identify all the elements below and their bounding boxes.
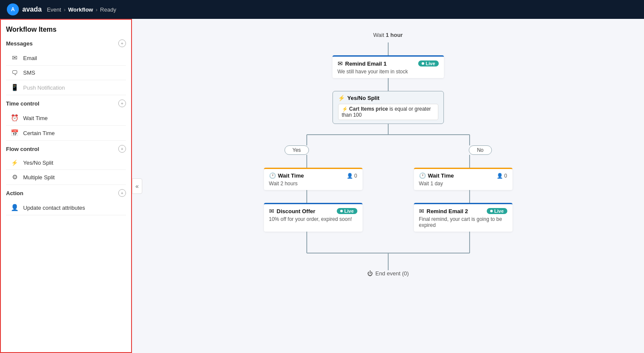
split-condition-bold: Cart Items price — [349, 106, 388, 112]
remind-email-1-title: Remind Email 1 — [345, 60, 387, 67]
update-contact-icon: 👤 — [10, 204, 19, 211]
wait-left-count: 👤 0 — [347, 173, 357, 179]
sidebar-item-update-contact[interactable]: 👤 Update contact attributes — [6, 200, 126, 215]
wait-to-email-svg — [260, 190, 517, 203]
top-navigation: A avada Event › Workflow › Ready — [0, 0, 644, 19]
email-icon: ✉ — [10, 54, 19, 62]
remind-email-2-title: Remind Email 2 — [427, 208, 468, 214]
pill-to-wait-svg — [260, 155, 517, 168]
wait-right-person-icon: 👤 — [497, 173, 503, 179]
merge-to-end-svg — [260, 232, 517, 270]
remind-email-1-mail-icon: ✉ — [338, 60, 343, 67]
wait-right-count: 👤 0 — [497, 173, 507, 179]
yesno-split-icon: ⚡ — [10, 160, 19, 166]
collapse-sidebar-button[interactable]: « — [132, 178, 142, 194]
remind-email-2-live-badge: Live — [487, 208, 507, 214]
remind-email-2-header: ✉ Remind Email 2 Live — [419, 208, 507, 214]
sidebar-item-certain-time[interactable]: 📅 Certain Time — [6, 126, 126, 141]
action-section-header: Action + — [6, 189, 126, 197]
flow-control-label: Flow control — [6, 146, 39, 152]
discount-offer-body: 10% off for your order, expired soon! — [269, 216, 357, 222]
workflow-diagram: Wait 1 hour ✉ Remind Email 1 Live We sti… — [132, 19, 644, 353]
wait-1-hour-label: Wait 1 hour — [373, 32, 403, 38]
multiple-split-icon: ⚙ — [10, 173, 19, 181]
wait-left-header: 🕐 Wait Time 👤 0 — [269, 172, 357, 179]
time-control-label: Time control — [6, 100, 39, 107]
sidebar-item-multiple-split[interactable]: ⚙ Multiple Split — [6, 170, 126, 185]
messages-expand-icon[interactable]: + — [118, 39, 126, 47]
breadcrumb-ready: Ready — [100, 6, 117, 13]
wait-time-icon: ⏰ — [10, 114, 19, 122]
logo-text: avada — [22, 6, 42, 13]
split-header: ⚡ Yes/No Split — [338, 95, 438, 101]
breadcrumb: Event › Workflow › Ready — [47, 6, 116, 13]
push-label: Push Notification — [23, 84, 65, 91]
yes-pill: Yes — [285, 145, 309, 155]
discount-offer-title: Discount Offer — [277, 208, 315, 214]
yesno-split-node[interactable]: ⚡ Yes/No Split ⚡ Cart Items price is equ… — [332, 91, 444, 124]
certain-time-icon: 📅 — [10, 129, 19, 137]
action-label: Action — [6, 190, 23, 196]
push-icon: 📱 — [10, 84, 19, 91]
multiple-split-label: Multiple Split — [23, 174, 55, 181]
remind-email-1-body: We still have your item in stock — [338, 69, 439, 75]
breadcrumb-sep2: › — [96, 6, 97, 13]
update-contact-label: Update contact attributes — [23, 205, 85, 211]
sidebar-item-yesno-split[interactable]: ⚡ Yes/No Split — [6, 156, 126, 170]
breadcrumb-sep1: › — [64, 6, 66, 13]
wait-left-clock-icon: 🕐 — [269, 172, 276, 179]
wait-time-right-node[interactable]: 🕐 Wait Time 👤 0 Wait 1 day — [414, 168, 512, 190]
email-label: Email — [23, 55, 37, 61]
main-layout: Workflow Items Messages + ✉ Email 🗨 SMS … — [0, 19, 644, 353]
connector-line-top — [388, 42, 389, 55]
end-event-node: ⏻ End event (0) — [367, 270, 409, 277]
discount-offer-mail-icon: ✉ — [269, 208, 274, 214]
time-control-expand-icon[interactable]: + — [118, 100, 126, 107]
sidebar-item-wait-time[interactable]: ⏰ Wait Time — [6, 111, 126, 126]
wait-left-person-icon: 👤 — [347, 173, 353, 179]
sidebar-item-push[interactable]: 📱 Push Notification — [6, 80, 126, 95]
logo: A avada — [7, 3, 42, 15]
discount-offer-header: ✉ Discount Offer Live — [269, 208, 357, 214]
discount-offer-live-badge: Live — [337, 208, 357, 214]
remind-email-2-body: Final remind, your cart is going to be e… — [419, 216, 507, 228]
breadcrumb-event[interactable]: Event — [47, 6, 61, 13]
messages-label: Messages — [6, 40, 33, 47]
action-expand-icon[interactable]: + — [118, 189, 126, 197]
wait-right-title: 🕐 Wait Time — [419, 172, 454, 179]
remind-email-2-mail-icon: ✉ — [419, 208, 424, 214]
split-title: Yes/No Split — [347, 95, 380, 101]
wait-left-title: 🕐 Wait Time — [269, 172, 304, 179]
wait-time-label: Wait Time — [23, 115, 48, 121]
certain-time-label: Certain Time — [23, 130, 55, 136]
messages-section-header: Messages + — [6, 39, 126, 47]
sidebar: Workflow Items Messages + ✉ Email 🗨 SMS … — [0, 19, 132, 353]
logo-icon: A — [7, 3, 19, 15]
workflow-canvas: « Wait 1 hour ✉ Remind Email 1 Live — [132, 19, 644, 353]
remind-email-1-node[interactable]: ✉ Remind Email 1 Live We still have your… — [332, 55, 444, 78]
end-event-power-icon: ⏻ — [367, 270, 373, 277]
sidebar-item-email[interactable]: ✉ Email — [6, 51, 126, 66]
sidebar-item-sms[interactable]: 🗨 SMS — [6, 66, 126, 80]
wait-time-left-node[interactable]: 🕐 Wait Time 👤 0 Wait 2 hours — [264, 168, 362, 190]
remind-email-1-header: ✉ Remind Email 1 Live — [338, 60, 439, 67]
flow-control-expand-icon[interactable]: + — [118, 145, 126, 153]
sidebar-title: Workflow Items — [6, 26, 126, 33]
flow-control-section-header: Flow control + — [6, 145, 126, 153]
connector-line-2 — [388, 78, 389, 91]
split-condition: ⚡ Cart Items price is equal or greater t… — [338, 104, 438, 120]
wait-left-body: Wait 2 hours — [269, 181, 357, 187]
split-icon: ⚡ — [338, 95, 345, 101]
end-event-label: End event (0) — [375, 270, 409, 277]
sms-label: SMS — [23, 69, 35, 76]
breadcrumb-workflow[interactable]: Workflow — [68, 6, 93, 13]
sms-icon: 🗨 — [10, 69, 19, 76]
yesno-split-label: Yes/No Split — [23, 160, 53, 166]
wait-right-clock-icon: 🕐 — [419, 172, 426, 179]
discount-offer-node[interactable]: ✉ Discount Offer Live 10% off for your o… — [264, 203, 362, 232]
time-control-section-header: Time control + — [6, 100, 126, 107]
remind-email-1-live-badge: Live — [418, 60, 438, 66]
wait-right-header: 🕐 Wait Time 👤 0 — [419, 172, 507, 179]
remind-email-2-node[interactable]: ✉ Remind Email 2 Live Final remind, your… — [414, 203, 512, 232]
no-pill: No — [469, 145, 491, 155]
